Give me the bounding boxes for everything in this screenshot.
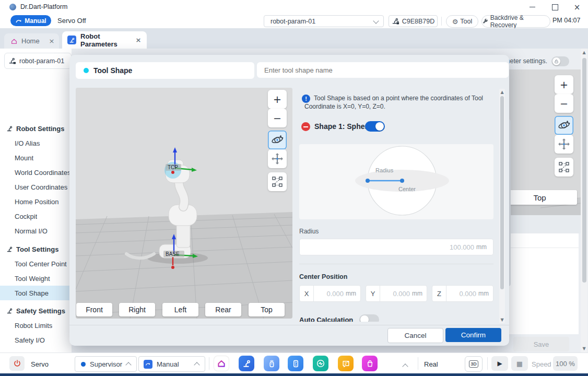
- viewer-zoom-in-button[interactable]: +: [268, 90, 287, 109]
- modal-3d-viewer[interactable]: TCP BASE + −: [76, 88, 292, 319]
- sidebar-item-mount[interactable]: Mount: [0, 150, 72, 165]
- 3d-view-button[interactable]: 3D: [465, 356, 483, 372]
- lock-settings-toggle[interactable]: [551, 56, 569, 66]
- bg-measure-button[interactable]: [555, 158, 573, 177]
- manual-mode-label: Manual: [25, 17, 46, 25]
- chevron-up-icon: [194, 362, 199, 368]
- bg-white-panel: [509, 233, 579, 334]
- bg-zoom-out-button[interactable]: −: [555, 94, 573, 113]
- viewer-zoom-out-button[interactable]: −: [268, 109, 287, 127]
- home-app-icon[interactable]: [214, 356, 229, 371]
- tab-home-label: Home: [21, 37, 48, 45]
- sidebar-param-header[interactable]: robot-param-01: [4, 53, 72, 69]
- tool-button[interactable]: ⚙ Tool: [446, 15, 478, 28]
- sidebar-section-robot-settings[interactable]: Robot Settings: [0, 121, 72, 136]
- robot-serial-badge[interactable]: C9E8B79D: [389, 15, 438, 27]
- mode-dropdown-label: Manual: [157, 360, 195, 368]
- auto-calculation-toggle[interactable]: [359, 314, 379, 322]
- confirm-button[interactable]: Confirm: [445, 328, 501, 342]
- center-z-value: 0.000: [446, 290, 476, 298]
- sidebar-section-safety-settings[interactable]: Safety Settings: [0, 303, 72, 318]
- view-top-button[interactable]: Top: [249, 303, 285, 316]
- close-button[interactable]: ×: [568, 1, 586, 13]
- bottombar-divider: [418, 357, 418, 370]
- sidebar-item-tool-shape[interactable]: Tool Shape: [0, 286, 72, 300]
- bg-save-button[interactable]: Save: [513, 337, 569, 351]
- view-right-button[interactable]: Right: [119, 303, 155, 316]
- orbit-icon: [557, 119, 571, 132]
- center-y-value: 0.000: [380, 290, 410, 298]
- tab-home-close-icon[interactable]: ×: [48, 37, 56, 45]
- tab-home[interactable]: Home ×: [4, 33, 59, 49]
- center-x-input[interactable]: X 0.000 mm: [299, 285, 361, 302]
- param-file-name: robot-param-01: [271, 18, 374, 25]
- param-file-dropdown[interactable]: robot-param-01: [264, 15, 384, 27]
- bg-pan-button[interactable]: [555, 135, 573, 154]
- measure-icon: [271, 175, 284, 188]
- tab-robot-parameters-close-icon[interactable]: ×: [134, 36, 143, 44]
- collapse-dock-chevron-icon[interactable]: [402, 363, 408, 369]
- pan-icon: [271, 152, 284, 166]
- maximize-button[interactable]: [546, 1, 564, 13]
- radius-input[interactable]: 100.000 mm: [299, 239, 493, 255]
- log-app-icon[interactable]: [338, 356, 354, 371]
- scroll-down-icon[interactable]: ▼: [499, 318, 505, 322]
- sidebar-item-home-position[interactable]: Home Position: [0, 194, 72, 209]
- play-button[interactable]: ▶: [491, 356, 508, 371]
- sidebar-item-cockpit[interactable]: Cockpit: [0, 209, 72, 224]
- monitoring-app-icon[interactable]: [313, 356, 328, 371]
- sidebar-item-tool-center-point[interactable]: Tool Center Point: [0, 256, 72, 271]
- sidebar-section-tool-settings[interactable]: Tool Settings: [0, 242, 72, 256]
- sidebar-item-tool-weight[interactable]: Tool Weight: [0, 271, 72, 286]
- scroll-up-icon[interactable]: ▲: [499, 90, 505, 95]
- bottom-bar: Servo Supervisor Manual: [0, 352, 588, 374]
- task-app-icon[interactable]: [288, 356, 303, 371]
- scroll-down-icon[interactable]: ▼: [581, 346, 587, 351]
- remove-shape-icon[interactable]: [301, 122, 310, 131]
- main-scrollbar-thumb[interactable]: [582, 58, 586, 283]
- mode-dropdown[interactable]: Manual: [138, 356, 205, 372]
- sidebar-item-safety-io[interactable]: Safety I/O: [0, 333, 72, 347]
- backdrive-recovery-button[interactable]: Backdrive & Recovery: [481, 15, 550, 28]
- speed-label: Speed: [532, 360, 551, 368]
- modal-scrollbar[interactable]: ▲ ▼: [499, 89, 505, 323]
- sidebar-item-io-alias[interactable]: I/O Alias: [0, 136, 72, 150]
- viewer-pan-button[interactable]: [268, 149, 287, 168]
- diagram-radius-label: Radius: [375, 167, 394, 173]
- modal-scrollbar-thumb[interactable]: [500, 96, 504, 289]
- center-z-input[interactable]: Z 0.000 mm: [432, 285, 493, 302]
- manual-mode-icon: [144, 360, 152, 369]
- power-button[interactable]: [9, 356, 25, 371]
- scroll-up-icon[interactable]: ▲: [581, 50, 587, 55]
- sidebar-item-user-coordinates[interactable]: User Coordinates: [0, 180, 72, 194]
- speed-value-button[interactable]: 100 %: [553, 356, 578, 371]
- manual-mode-button[interactable]: Manual: [10, 15, 51, 26]
- tool-shape-modal: Tool Shape: [69, 55, 509, 346]
- cancel-button[interactable]: Cancel: [387, 328, 443, 343]
- bg-top-view-button[interactable]: Top: [502, 190, 577, 205]
- viewer-orbit-button[interactable]: [268, 131, 287, 149]
- sidebar-item-world-coordinates[interactable]: World Coordinates: [0, 165, 72, 180]
- role-dropdown[interactable]: Supervisor: [75, 356, 137, 372]
- minimize-button[interactable]: [523, 1, 541, 13]
- center-y-input[interactable]: Y 0.000 mm: [366, 285, 427, 302]
- view-left-button[interactable]: Left: [162, 303, 198, 316]
- main-scrollbar[interactable]: ▲ ▼: [581, 49, 587, 352]
- store-app-icon[interactable]: [362, 356, 378, 371]
- shape-name-input[interactable]: [257, 62, 509, 78]
- stop-button[interactable]: ■: [511, 356, 528, 371]
- view-rear-button[interactable]: Rear: [205, 303, 241, 316]
- viewer-measure-button[interactable]: [268, 172, 287, 191]
- view-front-button[interactable]: Front: [76, 303, 112, 316]
- sidebar-item-normal-io[interactable]: Normal I/O: [0, 224, 72, 238]
- bg-orbit-button[interactable]: [555, 116, 573, 135]
- manual-hand-icon: [15, 18, 22, 24]
- sidebar-item-robot-limits[interactable]: Robot Limits: [0, 318, 72, 333]
- robot-params-app-icon[interactable]: [239, 356, 254, 371]
- jog-app-icon[interactable]: [264, 356, 279, 371]
- tab-robot-parameters[interactable]: Robot Parameters ×: [62, 31, 147, 49]
- window-title: Dr.Dart-Platform: [20, 3, 67, 10]
- shape-enable-toggle[interactable]: [365, 121, 385, 132]
- shape-header-label: Shape 1: Sphere: [314, 122, 372, 131]
- bg-zoom-in-button[interactable]: +: [555, 75, 573, 94]
